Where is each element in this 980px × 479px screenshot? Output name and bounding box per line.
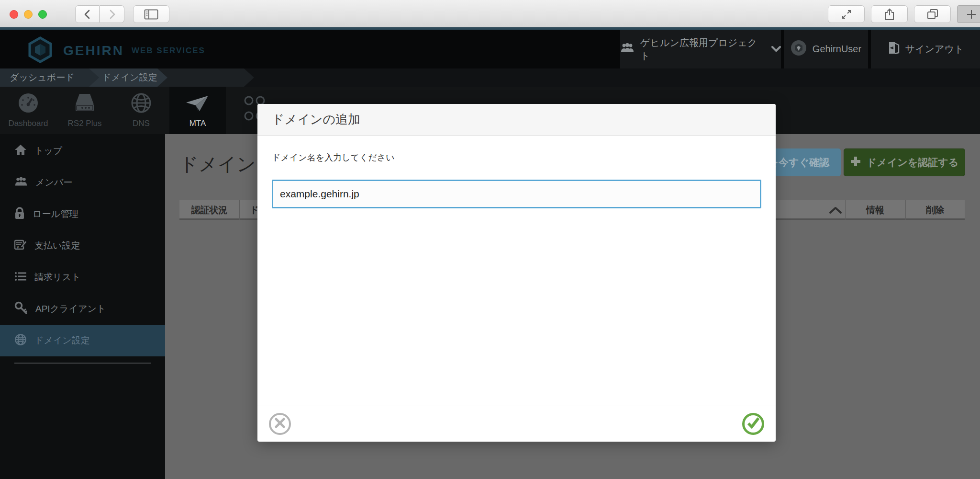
service-tab-rs2plus[interactable]: RS2 Plus [56,87,113,134]
lock-icon [14,207,25,221]
sidebar-item-payment[interactable]: ¥ 支払い設定 [0,230,165,262]
chevron-down-icon [771,44,781,55]
service-tab-dns[interactable]: DNS [113,87,169,134]
modal-title: ドメインの追加 [257,104,776,136]
avatar-icon [791,40,807,58]
key-icon [14,301,28,317]
globe-icon [130,92,152,116]
sidebar: トップ メンバー ロール管理 ¥ 支払い設定 請求リスト APIクライアント ド… [0,134,165,479]
globe-icon [14,333,27,348]
check-now-label: を今すぐ確認 [768,156,829,169]
project-selector[interactable]: ゲヒルン広報用プロジェクト [620,30,781,68]
sidebar-item-label: メンバー [35,176,72,189]
sidebar-item-label: ロール管理 [33,208,78,220]
server-icon [73,92,97,116]
sidebar-item-label: 請求リスト [34,271,80,284]
cancel-button[interactable] [269,413,291,435]
gauge-icon [17,92,39,116]
brand-suffix: WEB SERVICES [132,46,205,56]
column-header-delete[interactable]: 削除 [905,200,965,220]
breadcrumb-item-domain-settings[interactable]: ドメイン設定 [102,68,157,87]
brand-name: GEHIRN [63,43,124,58]
sort-asc-icon[interactable] [828,206,843,217]
service-tab-label: RS2 Plus [68,119,102,128]
payment-icon: ¥ [14,239,27,253]
tabs-overview-icon [926,9,939,20]
sidebar-item-label: APIクライアント [35,303,106,315]
close-window-button[interactable] [10,10,18,19]
list-icon [14,271,27,284]
sidebar-toggle-button[interactable] [133,5,169,23]
signout-button[interactable]: サインアウト [871,30,980,68]
signout-label: サインアウト [905,43,964,56]
modal-footer [257,406,776,442]
sidebar-item-label: 支払い設定 [34,240,80,252]
sidebar-item-api-clients[interactable]: APIクライアント [0,293,165,325]
breadcrumb: ダッシュボード ドメイン設定 [0,68,980,87]
browser-toolbar [0,0,980,27]
minimize-window-button[interactable] [24,10,33,19]
sidebar-item-label: トップ [34,145,62,157]
check-icon [746,417,760,431]
share-button[interactable] [871,5,908,23]
fullscreen-icon [841,9,852,20]
user-name: GehirnUser [813,44,861,55]
team-icon [620,43,635,56]
column-divider [239,200,240,220]
domain-input-label: ドメイン名を入力してください [272,152,395,163]
project-name: ゲヒルン広報用プロジェクト [640,36,766,62]
gehirn-hexagon-logo-icon [28,36,53,65]
paper-plane-icon [185,94,210,116]
service-tab-dashboard[interactable]: Dashboard [0,87,56,134]
close-icon [274,417,286,431]
breadcrumb-item-dashboard[interactable]: ダッシュボード [10,68,75,87]
back-icon [82,9,93,20]
sidebar-item-domain-settings[interactable]: ドメイン設定 [0,325,165,356]
service-tab-label: MTA [189,119,206,128]
sidebar-item-top[interactable]: トップ [0,135,165,167]
forward-icon [107,9,117,20]
service-tab-label: Dashboard [8,119,48,128]
user-menu[interactable]: GehirnUser [784,30,868,68]
app-header: GEHIRN WEB SERVICES ゲヒルン広報用プロジェクト Gehirn… [0,30,980,68]
members-icon [14,176,28,189]
column-header-status[interactable]: 認証状況 [179,200,239,220]
page-title: ドメイン [179,151,256,177]
sidebar-toggle-icon [144,9,158,20]
service-tab-label: DNS [133,119,150,128]
sidebar-divider [14,363,151,364]
brand-logo[interactable]: GEHIRN WEB SERVICES [28,36,205,65]
svg-text:¥: ¥ [17,245,19,250]
home-icon [14,144,27,158]
plus-icon [966,9,977,20]
sidebar-item-members[interactable]: メンバー [0,167,165,198]
sidebar-item-label: ドメイン設定 [34,334,90,347]
domain-name-input[interactable] [272,180,761,208]
sidebar-item-roles[interactable]: ロール管理 [0,198,165,230]
verify-domain-button[interactable]: ドメインを認証する [844,148,965,176]
zoom-window-button[interactable] [38,10,47,19]
service-tab-mta[interactable]: MTA [169,87,226,134]
tabs-overview-button[interactable] [914,5,951,23]
verify-domain-label: ドメインを認証する [867,156,958,169]
app-window: GEHIRN WEB SERVICES ゲヒルン広報用プロジェクト Gehirn… [0,0,980,479]
signout-icon [887,41,900,57]
confirm-button[interactable] [742,413,764,435]
plus-icon [850,156,861,169]
forward-button[interactable] [100,5,124,23]
column-header-info[interactable]: 情報 [845,200,905,220]
back-button[interactable] [75,5,100,23]
fullscreen-button[interactable] [828,5,865,23]
add-domain-modal: ドメインの追加 ドメイン名を入力してください [257,104,776,442]
new-tab-button[interactable] [957,5,980,23]
share-icon [884,8,895,21]
sidebar-item-invoices[interactable]: 請求リスト [0,262,165,293]
